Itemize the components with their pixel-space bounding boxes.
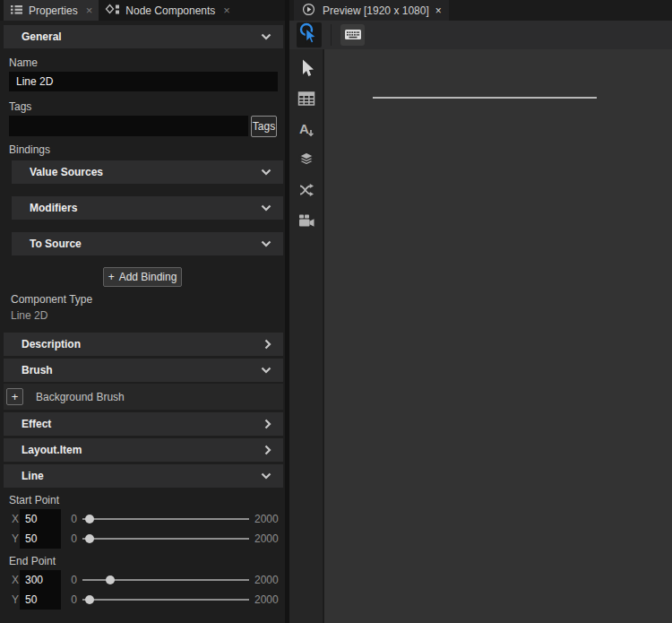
background-brush-row: + Background Brush [4,384,283,410]
grid-tool[interactable] [296,89,317,110]
slider-track [82,599,249,601]
chevron-right-icon [264,419,271,429]
preview-side-toolbar: A [289,49,324,623]
slider-thumb[interactable] [85,515,94,523]
text-tool-icon: A [297,120,315,141]
end-point-x-input[interactable]: 300 [20,570,61,590]
chevron-down-icon [261,367,271,374]
section-layout-item-title: Layout.Item [22,444,82,456]
slider-min-label: 0 [65,513,77,525]
list-icon [10,3,23,19]
add-binding-label: Add Binding [119,271,177,283]
chevron-down-icon [261,33,271,40]
section-effect-title: Effect [22,418,51,430]
preview-toolbar [289,21,672,49]
tab-node-components-label: Node Components [125,4,215,17]
slider-max-label: 2000 [254,593,281,606]
add-brush-button[interactable]: + [6,388,23,405]
preview-line [373,97,597,99]
slider-track [82,518,249,520]
section-description-title: Description [22,338,81,350]
chevron-down-icon [261,204,271,212]
slider-min-label: 0 [65,532,77,545]
slider-track [82,538,249,540]
left-tabbar: Properties × Node Components × [0,0,285,21]
bindings-label: Bindings [9,143,285,156]
start-point-y-input[interactable]: 50 [20,529,61,549]
tags-input[interactable] [9,116,248,136]
section-brush-title: Brush [22,364,53,376]
section-general[interactable]: General [4,25,283,48]
section-modifiers-title: Modifiers [30,202,77,214]
chevron-right-icon [264,445,271,455]
end-point-y-row: Y 50 0 2000 [0,590,285,610]
section-value-sources[interactable]: Value Sources [12,160,283,184]
connections-tool[interactable] [296,180,317,202]
tags-row: Tags [9,116,285,137]
properties-panel: Properties × Node Components × General [0,0,285,623]
slider-min-label: 0 [65,574,77,586]
section-to-source[interactable]: To Source [12,232,283,255]
slider-max-label: 2000 [254,513,281,525]
tab-preview-label: Preview [1920 x 1080] [323,4,429,17]
end-point-y-input[interactable]: 50 [20,590,61,610]
tags-button[interactable]: Tags [251,116,277,137]
section-line[interactable]: Line [4,464,283,488]
add-binding-button[interactable]: + Add Binding [103,267,182,287]
plus-icon: + [108,271,115,283]
end-point-x-row: X 300 0 2000 [0,570,285,590]
camera-tool[interactable] [296,211,317,232]
section-effect[interactable]: Effect [4,412,283,436]
tab-preview[interactable]: Preview [1920 x 1080] × [294,0,449,21]
background-brush-label: Background Brush [36,391,125,403]
slider-thumb[interactable] [85,534,94,543]
keyboard-tool-button[interactable] [340,24,365,46]
tab-node-components-close-icon[interactable]: × [223,4,230,16]
preview-canvas[interactable] [324,49,672,623]
chevron-down-icon [261,169,271,176]
layers-tool[interactable] [296,150,317,171]
end-point-x-slider[interactable] [82,570,249,590]
layers-icon [297,151,315,171]
tab-preview-close-icon[interactable]: × [435,4,442,17]
component-type-value: Line 2D [11,309,285,322]
camera-icon [297,212,315,232]
interact-tool-button[interactable] [297,22,322,48]
tab-properties-label: Properties [29,4,78,17]
slider-min-label: 0 [65,593,77,606]
slider-thumb[interactable] [106,575,115,584]
section-line-title: Line [22,470,44,482]
name-input[interactable]: Line 2D [9,72,278,91]
slider-max-label: 2000 [254,532,281,545]
section-brush[interactable]: Brush [4,359,283,382]
grid-icon [297,91,315,109]
chevron-right-icon [264,339,271,350]
component-type-label: Component Type [11,293,285,306]
axis-y-label: Y [12,532,20,545]
section-layout-item[interactable]: Layout.Item [4,438,283,462]
preview-tabbar: Preview [1920 x 1080] × [289,0,672,21]
tab-node-components[interactable]: Node Components × [99,0,237,21]
tab-properties-close-icon[interactable]: × [86,4,93,16]
tags-label: Tags [9,100,285,113]
end-point-y-slider[interactable] [82,590,249,610]
svg-text:A: A [299,121,309,136]
start-point-x-slider[interactable] [82,509,249,529]
slider-max-label: 2000 [254,574,281,586]
node-components-icon [105,3,120,19]
slider-thumb[interactable] [85,595,94,604]
name-label: Name [9,56,285,69]
tab-properties[interactable]: Properties × [4,0,99,21]
pointer-tool[interactable] [296,58,317,80]
section-description[interactable]: Description [4,333,283,356]
click-pointer-icon [298,22,320,48]
section-modifiers[interactable]: Modifiers [12,196,283,220]
text-tool[interactable]: A [296,119,317,141]
pointer-icon [297,58,315,81]
start-point-label: Start Point [9,494,285,506]
start-point-y-slider[interactable] [82,529,249,549]
app-window: Properties × Node Components × General [0,0,672,623]
keyboard-icon [344,25,362,46]
start-point-x-input[interactable]: 50 [20,509,61,529]
section-value-sources-title: Value Sources [30,166,103,178]
